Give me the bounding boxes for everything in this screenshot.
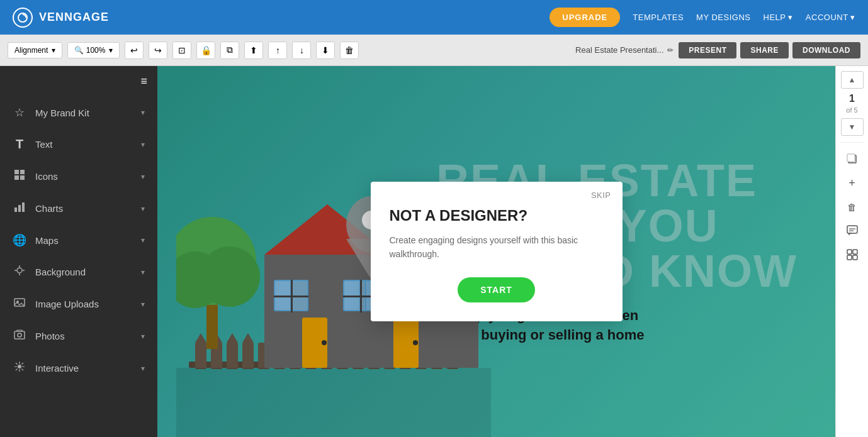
- undo-button[interactable]: ↩: [125, 41, 144, 59]
- document-title-area: Real Estate Presentati... ✏: [364, 45, 674, 55]
- scroll-down-button[interactable]: ▼: [841, 118, 864, 136]
- sidebar-item-charts[interactable]: Charts ▾: [0, 192, 157, 224]
- svg-rect-11: [14, 331, 25, 339]
- svg-rect-6: [18, 205, 21, 212]
- svg-rect-83: [847, 226, 857, 233]
- start-button[interactable]: START: [458, 277, 535, 302]
- sidebar-item-icons[interactable]: Icons ▾: [0, 160, 157, 192]
- sidebar-item-label: Background: [35, 267, 132, 277]
- chevron-down-icon: ▾: [141, 300, 145, 309]
- edit-title-icon[interactable]: ✏: [667, 46, 674, 55]
- svg-rect-86: [847, 250, 852, 254]
- add-page-icon[interactable]: +: [841, 173, 864, 193]
- modal-description: Create engaging designs yourself with th…: [390, 233, 604, 262]
- chevron-down-icon: ▾: [141, 268, 145, 277]
- sidebar-item-label: Maps: [35, 235, 132, 246]
- logo-text: VENNGAGE: [39, 11, 109, 24]
- svg-rect-82: [847, 154, 855, 162]
- toolbar: Alignment ▾ 🔍 100% ▾ ↩ ↪ ⊡ 🔒 ⧉ ⬆ ↑ ↓ ⬇ 🗑…: [0, 35, 868, 66]
- templates-link[interactable]: TEMPLATES: [633, 13, 684, 22]
- present-button[interactable]: PRESENT: [679, 42, 736, 58]
- sidebar-item-my-brand-kit[interactable]: ☆ My Brand Kit ▾: [0, 97, 157, 128]
- move-bottom-button[interactable]: ⬇: [316, 41, 335, 59]
- page-total: of 5: [846, 106, 857, 114]
- upgrade-button[interactable]: UPGRADE: [550, 8, 620, 27]
- sidebar-item-label: Charts: [35, 203, 132, 214]
- chevron-down-icon: ▾: [141, 204, 145, 213]
- move-top-button[interactable]: ⬆: [244, 41, 263, 59]
- account-link[interactable]: ACCOUNT ▾: [806, 13, 855, 22]
- chevron-down-icon: ▾: [141, 108, 145, 117]
- help-link[interactable]: HELP ▾: [764, 13, 793, 22]
- sidebar-item-photos[interactable]: Photos ▾: [0, 320, 157, 352]
- document-title: Real Estate Presentati...: [575, 45, 663, 55]
- photos-icon: [13, 329, 26, 343]
- share-button[interactable]: SHARE: [740, 42, 789, 58]
- main-layout: ≡ ☆ My Brand Kit ▾ T Text ▾ Icons ▾: [0, 66, 868, 437]
- image-uploads-icon: [13, 297, 26, 311]
- delete-button[interactable]: 🗑: [340, 41, 359, 59]
- toolbar-actions: PRESENT SHARE DOWNLOAD: [679, 42, 860, 58]
- grid-pages-icon[interactable]: [841, 245, 864, 265]
- svg-rect-87: [853, 250, 857, 254]
- sidebar-item-label: Icons: [35, 171, 132, 182]
- walkthrough-modal: SKIP NOT A DESIGNER? Create engaging des…: [371, 182, 623, 322]
- alignment-label: Alignment: [14, 46, 48, 55]
- sidebar: ≡ ☆ My Brand Kit ▾ T Text ▾ Icons ▾: [0, 66, 157, 437]
- svg-rect-7: [22, 202, 25, 212]
- background-icon: [13, 265, 26, 279]
- sidebar-item-label: Photos: [35, 331, 132, 341]
- svg-point-12: [18, 333, 21, 337]
- sidebar-item-label: Image Uploads: [35, 299, 132, 309]
- svg-rect-4: [20, 175, 25, 180]
- copy-page-icon[interactable]: [841, 149, 864, 169]
- sidebar-item-background[interactable]: Background ▾: [0, 256, 157, 288]
- sidebar-item-interactive[interactable]: Interactive ▾: [0, 352, 157, 384]
- chevron-down-icon: ▾: [141, 172, 145, 181]
- divider: [839, 142, 865, 143]
- chevron-down-icon: ▾: [141, 140, 145, 149]
- copy-style-button[interactable]: ⊡: [172, 41, 191, 59]
- modal-overlay: SKIP NOT A DESIGNER? Create engaging des…: [157, 66, 835, 437]
- sidebar-hamburger[interactable]: ≡: [0, 66, 157, 97]
- duplicate-button[interactable]: ⧉: [220, 41, 239, 59]
- hamburger-icon: ≡: [140, 75, 147, 88]
- lock-button[interactable]: 🔒: [196, 41, 215, 59]
- comment-icon[interactable]: [841, 221, 864, 241]
- page-indicator: 1 of 5: [846, 92, 857, 114]
- maps-icon: 🌐: [13, 233, 26, 247]
- sidebar-item-label: My Brand Kit: [35, 108, 132, 118]
- charts-icon: [13, 201, 26, 216]
- interactive-icon: [13, 361, 26, 375]
- my-designs-link[interactable]: MY DESIGNS: [696, 13, 750, 22]
- zoom-label: 🔍 100%: [74, 46, 105, 55]
- redo-button[interactable]: ↪: [149, 41, 167, 59]
- chevron-down-icon: ▾: [141, 236, 145, 245]
- svg-rect-5: [14, 207, 17, 212]
- svg-point-8: [17, 268, 22, 273]
- skip-button[interactable]: SKIP: [591, 191, 611, 200]
- top-nav: VENNGAGE UPGRADE TEMPLATES MY DESIGNS HE…: [0, 0, 868, 35]
- sidebar-item-label: Text: [35, 139, 132, 150]
- zoom-dropdown[interactable]: 🔍 100% ▾: [67, 42, 120, 58]
- text-icon: T: [13, 137, 26, 152]
- download-button[interactable]: DOWNLOAD: [792, 42, 860, 58]
- delete-page-icon[interactable]: 🗑: [841, 197, 864, 217]
- alignment-dropdown[interactable]: Alignment ▾: [8, 42, 62, 58]
- move-down-button[interactable]: ↓: [292, 41, 311, 59]
- scroll-up-button[interactable]: ▲: [841, 71, 864, 89]
- chevron-down-icon: ▾: [141, 364, 145, 373]
- svg-rect-3: [14, 175, 19, 180]
- svg-rect-2: [20, 170, 25, 174]
- star-icon: ☆: [13, 106, 26, 119]
- logo: VENNGAGE: [13, 8, 109, 28]
- right-panel: ▲ 1 of 5 ▼ + 🗑: [835, 66, 868, 437]
- alignment-arrow: ▾: [52, 46, 55, 55]
- sidebar-item-label: Interactive: [35, 363, 132, 373]
- sidebar-item-image-uploads[interactable]: Image Uploads ▾: [0, 288, 157, 320]
- move-up-button[interactable]: ↑: [268, 41, 287, 59]
- sidebar-item-text[interactable]: T Text ▾: [0, 128, 157, 160]
- logo-icon: [13, 8, 33, 28]
- svg-rect-88: [847, 255, 852, 260]
- sidebar-item-maps[interactable]: 🌐 Maps ▾: [0, 224, 157, 256]
